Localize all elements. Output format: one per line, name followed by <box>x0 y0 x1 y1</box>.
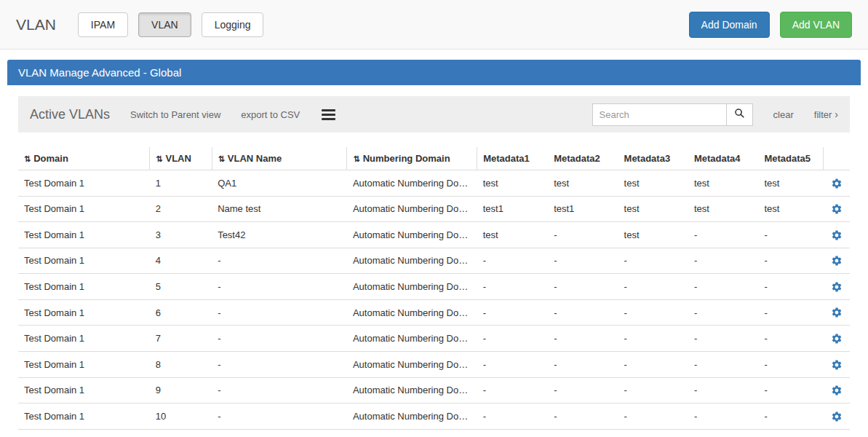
cell-metadata3: test <box>618 170 688 197</box>
cell-vlan-name: - <box>212 274 347 300</box>
cell-domain: Test Domain 1 <box>18 248 150 274</box>
column-header-label: VLAN Name <box>228 153 282 164</box>
cell-metadata2: - <box>548 403 618 430</box>
table-header-row: ⇅Domain⇅VLAN⇅VLAN Name⇅Numbering DomainM… <box>18 147 850 170</box>
cell-metadata4: test <box>688 196 758 222</box>
cell-actions <box>824 299 850 326</box>
vlan-table: ⇅Domain⇅VLAN⇅VLAN Name⇅Numbering DomainM… <box>18 147 850 430</box>
cell-vlan: 3 <box>150 222 212 248</box>
cell-metadata5: - <box>758 326 823 352</box>
cell-domain: Test Domain 1 <box>18 326 150 352</box>
table-row: Test Domain 11QA1Automatic Numbering Dom… <box>18 170 850 197</box>
cell-domain: Test Domain 1 <box>18 299 150 326</box>
table-row: Test Domain 13Test42Automatic Numbering … <box>18 222 850 248</box>
cell-metadata3: - <box>618 299 688 326</box>
column-header-label: Numbering Domain <box>363 153 450 164</box>
column-header-actions <box>824 147 850 170</box>
column-header-numbering-domain[interactable]: ⇅Numbering Domain <box>347 147 477 170</box>
cell-metadata3: - <box>618 248 688 274</box>
cell-numbering-domain: Automatic Numbering Doma… <box>347 377 477 403</box>
cell-metadata4: - <box>688 248 758 274</box>
cell-domain: Test Domain 1 <box>18 351 150 377</box>
cell-metadata1: test <box>477 170 548 197</box>
cell-metadata2: test <box>548 170 618 197</box>
cell-actions <box>824 170 850 197</box>
cell-metadata3: - <box>618 403 688 430</box>
row-settings-gear-icon[interactable] <box>831 203 843 216</box>
table-row: Test Domain 12Name testAutomatic Numberi… <box>18 196 850 222</box>
active-vlans-heading: Active VLANs <box>30 107 110 122</box>
search-icon <box>734 108 745 121</box>
row-settings-gear-icon[interactable] <box>831 307 843 319</box>
cell-actions <box>824 351 850 377</box>
cell-numbering-domain: Automatic Numbering Doma… <box>347 222 477 248</box>
cell-metadata2: - <box>548 299 618 326</box>
chevron-right-icon: › <box>835 109 838 120</box>
row-settings-gear-icon[interactable] <box>831 229 843 241</box>
filter-link-label: filter <box>814 109 832 120</box>
cell-metadata1: - <box>477 377 548 403</box>
column-header-vlan-name[interactable]: ⇅VLAN Name <box>212 147 347 170</box>
column-header-label: Metadata5 <box>764 153 811 164</box>
cell-domain: Test Domain 1 <box>18 403 150 430</box>
cell-domain: Test Domain 1 <box>18 377 150 403</box>
row-settings-gear-icon[interactable] <box>831 385 843 397</box>
switch-to-parent-view-link[interactable]: Switch to Parent view <box>130 109 220 120</box>
panel-body: Active VLANs Switch to Parent view expor… <box>7 85 861 430</box>
filter-link[interactable]: filter› <box>814 109 838 120</box>
sort-icon: ⇅ <box>218 154 225 163</box>
table-row: Test Domain 14-Automatic Numbering Doma…… <box>18 248 850 274</box>
row-settings-gear-icon[interactable] <box>831 280 843 293</box>
column-header-metadata5: Metadata5 <box>758 147 823 170</box>
export-to-csv-link[interactable]: export to CSV <box>241 109 300 120</box>
add-domain-button[interactable]: Add Domain <box>689 12 770 38</box>
cell-metadata4: - <box>688 351 758 377</box>
cell-metadata3: - <box>618 326 688 352</box>
vlan-manage-panel: VLAN Manage Advanced - Global Active VLA… <box>7 60 861 430</box>
row-settings-gear-icon[interactable] <box>831 177 843 189</box>
cell-metadata5: - <box>758 299 823 326</box>
cell-vlan-name: - <box>212 377 347 403</box>
column-header-label: Metadata2 <box>554 153 600 164</box>
cell-actions <box>824 222 850 248</box>
cell-metadata2: - <box>548 274 618 300</box>
search-group <box>592 103 753 126</box>
cell-metadata1: - <box>477 403 548 430</box>
menu-icon[interactable] <box>320 106 337 124</box>
cell-metadata3: - <box>618 351 688 377</box>
search-input[interactable] <box>592 103 727 126</box>
column-header-label: Metadata1 <box>483 153 530 164</box>
column-header-domain[interactable]: ⇅Domain <box>18 147 150 170</box>
cell-metadata5: - <box>758 248 823 274</box>
cell-metadata4: - <box>688 326 758 352</box>
cell-vlan-name: Name test <box>212 196 347 222</box>
add-vlan-button[interactable]: Add VLAN <box>780 12 852 38</box>
cell-vlan-name: Test42 <box>212 222 347 248</box>
row-settings-gear-icon[interactable] <box>831 332 843 345</box>
clear-link[interactable]: clear <box>773 109 794 120</box>
page-title: VLAN <box>16 16 56 34</box>
cell-metadata3: - <box>618 377 688 403</box>
nav-button-ipam[interactable]: IPAM <box>78 12 128 37</box>
row-settings-gear-icon[interactable] <box>831 255 843 267</box>
cell-numbering-domain: Automatic Numbering Doma… <box>347 196 477 222</box>
panel-heading: VLAN Manage Advanced - Global <box>7 60 861 85</box>
cell-numbering-domain: Automatic Numbering Doma… <box>347 299 477 326</box>
cell-actions <box>824 403 850 430</box>
cell-actions <box>824 326 850 352</box>
cell-metadata3: test <box>618 222 688 248</box>
table-row: Test Domain 16-Automatic Numbering Doma…… <box>18 299 850 326</box>
nav-button-logging[interactable]: Logging <box>202 12 264 37</box>
column-header-vlan[interactable]: ⇅VLAN <box>150 147 212 170</box>
row-settings-gear-icon[interactable] <box>831 410 843 422</box>
cell-metadata5: - <box>758 377 823 403</box>
cell-metadata2: - <box>548 377 618 403</box>
cell-actions <box>824 377 850 403</box>
cell-vlan: 8 <box>150 351 212 377</box>
nav-button-vlan[interactable]: VLAN <box>138 12 191 37</box>
search-button[interactable] <box>727 103 753 126</box>
row-settings-gear-icon[interactable] <box>831 358 843 371</box>
sort-icon: ⇅ <box>353 154 359 163</box>
cell-metadata5: - <box>758 351 823 377</box>
column-header-metadata4: Metadata4 <box>688 147 758 170</box>
